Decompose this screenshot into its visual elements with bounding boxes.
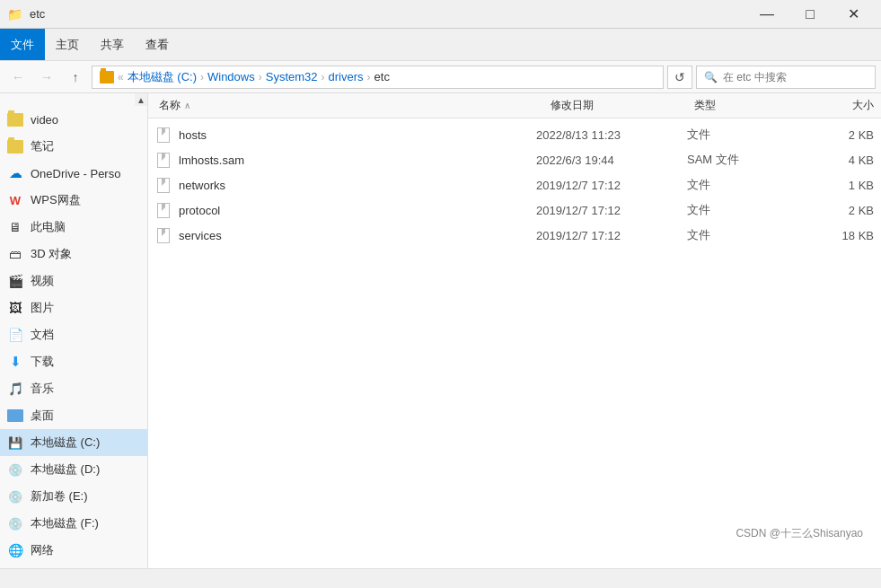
doc-icon: [157, 153, 170, 168]
sidebar-item-video[interactable]: video: [0, 106, 147, 133]
breadcrumb: « 本地磁盘 (C:) › Windows › System32 › drive…: [92, 66, 664, 89]
file-date: 2022/8/13 11:23: [536, 128, 680, 142]
sidebar-label-drive-d: 本地磁盘 (D:): [31, 461, 100, 478]
sidebar-scroll-up[interactable]: ▲: [135, 93, 147, 106]
sidebar-label-pictures: 图片: [31, 300, 54, 316]
file-size: 2 KB: [802, 128, 874, 142]
content-area: 名称 ∧ 修改日期 类型 大小 hosts 2022/8/13 11:23 文件…: [148, 93, 881, 568]
menu-home[interactable]: 主页: [45, 29, 90, 60]
sidebar-label-docs: 文档: [31, 327, 54, 343]
file-size: 1 KB: [802, 179, 874, 192]
sidebar-item-drive-f[interactable]: 💿 本地磁盘 (F:): [0, 510, 147, 537]
doc-icon: [157, 178, 170, 193]
up-button[interactable]: ↑: [63, 65, 88, 90]
table-row[interactable]: services 2019/12/7 17:12 文件 18 KB: [148, 223, 881, 248]
breadcrumb-sep2: ›: [200, 71, 204, 83]
table-row[interactable]: hosts 2022/8/13 11:23 文件 2 KB: [148, 122, 881, 147]
breadcrumb-folder-icon: [100, 71, 114, 83]
sidebar-item-docs[interactable]: 📄 文档: [0, 321, 147, 348]
close-button[interactable]: ✕: [833, 0, 874, 29]
sidebar-item-notes[interactable]: 笔记: [0, 133, 147, 160]
title-bar-title: etc: [30, 7, 45, 21]
drive-c-icon: 💾: [7, 434, 23, 451]
sidebar-item-drive-c[interactable]: 💾 本地磁盘 (C:): [0, 429, 147, 456]
sidebar-item-videos[interactable]: 🎬 视频: [0, 268, 147, 294]
search-input[interactable]: [723, 71, 849, 83]
file-type: 文件: [687, 177, 795, 193]
video-icon: 🎬: [7, 273, 23, 289]
forward-button[interactable]: →: [34, 65, 59, 90]
pc-icon: 🖥: [7, 219, 23, 235]
breadcrumb-system32[interactable]: System32: [266, 70, 318, 83]
file-name: services: [179, 229, 529, 242]
sidebar-item-drive-d[interactable]: 💿 本地磁盘 (D:): [0, 456, 147, 483]
sidebar-item-pictures[interactable]: 🖼 图片: [0, 294, 147, 321]
file-icon: [155, 202, 172, 218]
search-box: 🔍: [696, 66, 876, 89]
file-icon: [155, 127, 172, 143]
sidebar-label-drive-e: 新加卷 (E:): [31, 488, 88, 505]
docs-icon: 📄: [7, 327, 23, 343]
sidebar-label-drive-c: 本地磁盘 (C:): [31, 434, 100, 451]
sidebar-item-wps[interactable]: W WPS网盘: [0, 187, 147, 214]
file-icon: [155, 227, 172, 243]
sidebar-item-desktop[interactable]: 桌面: [0, 402, 147, 429]
window-controls: — □ ✕: [746, 0, 874, 29]
file-type: 文件: [687, 127, 795, 143]
sidebar-label-videos: 视频: [31, 273, 54, 289]
breadcrumb-c[interactable]: 本地磁盘 (C:): [128, 69, 197, 85]
file-icon: [155, 152, 172, 168]
sidebar-item-3d[interactable]: 🗃 3D 对象: [0, 241, 147, 268]
sidebar-item-downloads[interactable]: ⬇ 下载: [0, 348, 147, 375]
sidebar-item-onedrive[interactable]: ☁ OneDrive - Perso: [0, 160, 147, 187]
desktop-icon: [7, 408, 23, 424]
sidebar-item-drive-e[interactable]: 💿 新加卷 (E:): [0, 483, 147, 510]
breadcrumb-windows[interactable]: Windows: [207, 70, 255, 83]
table-row[interactable]: lmhosts.sam 2022/6/3 19:44 SAM 文件 4 KB: [148, 147, 881, 172]
table-row[interactable]: networks 2019/12/7 17:12 文件 1 KB: [148, 172, 881, 197]
column-date[interactable]: 修改日期: [551, 98, 694, 113]
menu-share[interactable]: 共享: [90, 29, 135, 60]
maximize-button[interactable]: □: [789, 0, 831, 29]
picture-icon: 🖼: [7, 300, 23, 316]
sidebar-item-network[interactable]: 🌐 网络: [0, 537, 147, 564]
drive-f-icon: 💿: [7, 515, 23, 531]
sidebar-item-thispc[interactable]: 🖥 此电脑: [0, 214, 147, 241]
file-icon: [155, 177, 172, 193]
breadcrumb-etc: etc: [374, 70, 390, 83]
file-name: lmhosts.sam: [179, 154, 529, 167]
sidebar-label-music: 音乐: [31, 381, 54, 397]
breadcrumb-sep5: ›: [367, 71, 371, 83]
sidebar-label-onedrive: OneDrive - Perso: [31, 167, 120, 180]
doc-icon: [157, 127, 170, 143]
column-size[interactable]: 大小: [802, 98, 874, 113]
sidebar-label-notes: 笔记: [31, 138, 54, 154]
file-name: hosts: [179, 128, 529, 142]
sidebar-label-drive-f: 本地磁盘 (F:): [31, 515, 99, 531]
onedrive-icon: ☁: [7, 165, 23, 181]
refresh-button[interactable]: ↺: [667, 66, 692, 89]
file-type: SAM 文件: [687, 152, 795, 168]
file-date: 2019/12/7 17:12: [536, 179, 680, 192]
sidebar-item-music[interactable]: 🎵 音乐: [0, 375, 147, 402]
drive-d-icon: 💿: [7, 461, 23, 478]
breadcrumb-drivers[interactable]: drivers: [329, 70, 364, 83]
menu-file[interactable]: 文件: [0, 29, 45, 60]
file-type: 文件: [687, 202, 795, 218]
menu-bar: 文件 主页 共享 查看: [0, 29, 881, 61]
back-button[interactable]: ←: [5, 65, 31, 90]
column-name[interactable]: 名称 ∧: [155, 98, 551, 113]
file-size: 4 KB: [802, 154, 874, 167]
minimize-button[interactable]: —: [746, 0, 788, 29]
breadcrumb-sep4: ›: [322, 71, 325, 83]
table-row[interactable]: protocol 2019/12/7 17:12 文件 2 KB: [148, 197, 881, 223]
folder-icon: [7, 111, 23, 127]
column-type[interactable]: 类型: [694, 98, 802, 113]
sidebar-label-3d: 3D 对象: [31, 246, 72, 262]
sidebar-label-wps: WPS网盘: [31, 192, 81, 208]
menu-view[interactable]: 查看: [135, 29, 180, 60]
download-icon: ⬇: [7, 354, 23, 370]
address-bar: ← → ↑ « 本地磁盘 (C:) › Windows › System32 ›…: [0, 61, 881, 93]
3d-icon: 🗃: [7, 246, 23, 262]
breadcrumb-sep3: ›: [259, 71, 262, 83]
